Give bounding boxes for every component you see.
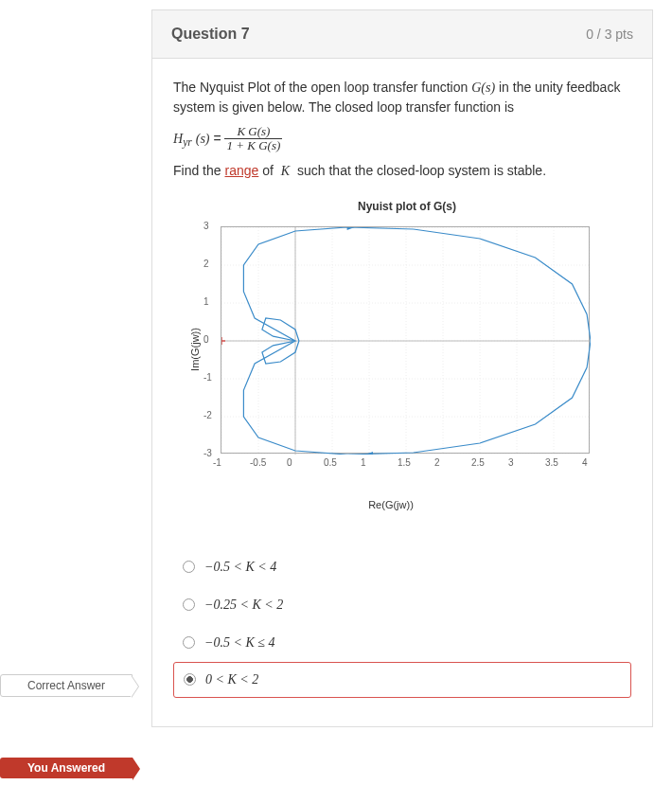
prompt-text: Find the: [173, 163, 224, 178]
eq-sub: yr: [183, 136, 192, 149]
question-prompt: The Nyquist Plot of the open loop transf…: [173, 78, 631, 181]
nyquist-chart: Nyuist plot of G(s) Im(G(jw)) Re(G(jw)) …: [183, 200, 631, 482]
math-k: K: [277, 164, 293, 178]
question-points: 0 / 3 pts: [586, 27, 633, 42]
prompt-text: of: [262, 163, 277, 178]
answer-options: −0.5 < K < 4−0.25 < K < 2−0.5 < K ≤ 40 <…: [173, 548, 631, 698]
answer-option-2[interactable]: −0.5 < K ≤ 4: [173, 624, 631, 662]
plot-svg: [221, 227, 591, 455]
answer-option-1[interactable]: −0.25 < K < 2: [173, 586, 631, 624]
tag-label: Correct Answer: [27, 679, 105, 692]
equation: Hyr (s) = K G(s) 1 + K G(s): [173, 125, 631, 153]
you-answered-tag: You Answered: [0, 758, 133, 778]
prompt-text: such that the closed-loop system is stab…: [297, 163, 546, 178]
question-title: Question 7: [171, 26, 250, 43]
frac-den: 1 + K G(s): [224, 139, 282, 152]
radio-icon: [183, 636, 195, 649]
fraction: K G(s) 1 + K G(s): [224, 125, 282, 153]
svg-marker-22: [347, 227, 355, 230]
eq-equals: =: [213, 131, 224, 146]
y-axis-label: Im(G(jw)): [189, 328, 201, 371]
answer-option-0[interactable]: −0.5 < K < 4: [173, 548, 631, 586]
plot-area: [221, 226, 590, 454]
tag-label: You Answered: [27, 761, 105, 775]
eq-arg: (s): [196, 132, 210, 146]
question-header: Question 7 0 / 3 pts: [152, 10, 652, 59]
x-axis-label: Re(G(jw)): [368, 499, 414, 510]
math-gs: G(s): [471, 80, 495, 95]
chart-title: Nyuist plot of G(s): [183, 200, 631, 213]
option-label: −0.25 < K < 2: [204, 598, 283, 613]
answer-option-3[interactable]: 0 < K < 2: [173, 662, 631, 698]
option-label: −0.5 < K ≤ 4: [204, 635, 274, 651]
option-label: 0 < K < 2: [205, 672, 258, 687]
prompt-text: The Nyquist Plot of the open loop transf…: [173, 80, 471, 95]
question-card: Question 7 0 / 3 pts The Nyquist Plot of…: [151, 9, 653, 727]
radio-icon: [184, 673, 196, 686]
option-label: −0.5 < K < 4: [204, 560, 276, 575]
correct-answer-tag: Correct Answer: [0, 674, 133, 697]
question-body: The Nyquist Plot of the open loop transf…: [152, 59, 652, 726]
radio-icon: [183, 598, 195, 611]
chart-frame: Im(G(jw)) Re(G(jw)) -1-0.500.511.522.533…: [183, 217, 599, 482]
frac-num: K G(s): [224, 125, 282, 139]
eq-h: H: [173, 132, 183, 146]
radio-icon: [183, 561, 195, 573]
range-link[interactable]: range: [224, 163, 258, 178]
